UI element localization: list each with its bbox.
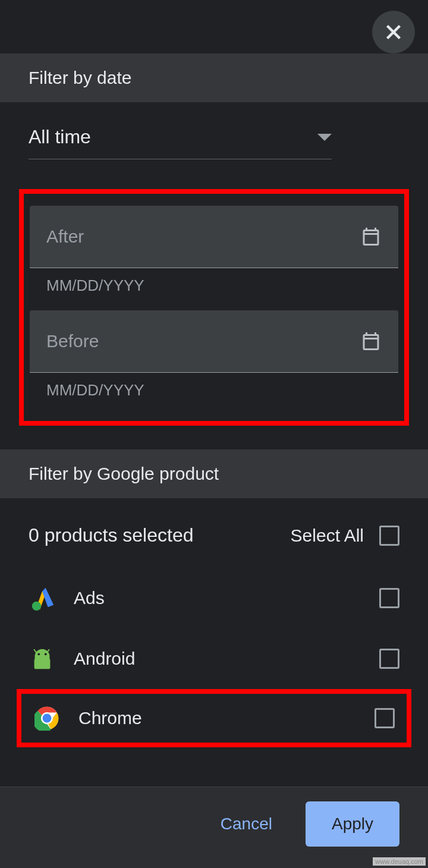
date-range-selected: All time (29, 126, 91, 148)
product-checkbox[interactable] (379, 649, 399, 669)
calendar-icon (360, 331, 382, 352)
ads-icon (29, 584, 56, 612)
before-date-label: Before (46, 331, 99, 351)
product-row-chrome[interactable]: Chrome (17, 689, 411, 747)
close-button[interactable] (372, 11, 415, 54)
filter-by-product-header: Filter by Google product (0, 449, 428, 498)
after-date-field[interactable]: After (30, 206, 398, 268)
chevron-down-icon (317, 134, 332, 141)
product-row-android[interactable]: Android (0, 628, 428, 689)
after-date-hint: MM/DD/YYYY (30, 268, 398, 310)
before-date-field[interactable]: Before (30, 310, 398, 373)
select-all-checkbox[interactable] (379, 526, 399, 546)
watermark: www.deuaq.com (373, 857, 426, 866)
svg-point-2 (32, 602, 41, 611)
svg-point-4 (37, 653, 40, 655)
product-checkbox[interactable] (374, 708, 395, 728)
product-name: Chrome (78, 708, 357, 728)
select-all-label: Select All (291, 526, 364, 546)
product-row-ads[interactable]: Ads (0, 568, 428, 628)
filter-by-date-header: Filter by date (0, 54, 428, 102)
svg-rect-3 (34, 659, 51, 669)
after-date-label: After (46, 227, 84, 247)
calendar-icon (360, 226, 382, 247)
cancel-button[interactable]: Cancel (211, 807, 282, 841)
close-icon (383, 21, 404, 43)
product-summary-row: 0 products selected Select All (0, 498, 428, 568)
android-icon (29, 645, 56, 672)
products-selected-count: 0 products selected (29, 524, 194, 546)
before-date-hint: MM/DD/YYYY (30, 373, 398, 415)
product-checkbox[interactable] (379, 588, 399, 608)
footer-actions: Cancel Apply (0, 787, 428, 868)
select-all-group[interactable]: Select All (291, 526, 399, 546)
svg-point-5 (45, 653, 47, 655)
date-range-dropdown[interactable]: All time (29, 102, 332, 159)
apply-button[interactable]: Apply (306, 801, 399, 847)
date-fields-highlight: After MM/DD/YYYY Before MM/DD/YYYY (19, 189, 409, 426)
product-name: Ads (74, 588, 361, 608)
product-name: Android (74, 649, 361, 669)
chrome-icon (33, 705, 61, 732)
